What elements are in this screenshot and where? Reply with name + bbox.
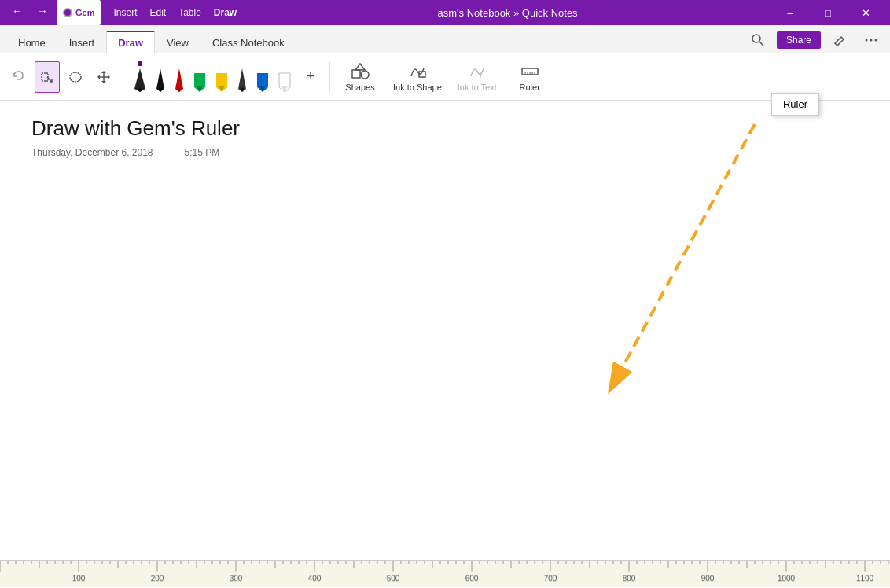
back-button[interactable]: ← <box>6 0 28 22</box>
tab-home[interactable]: Home <box>6 31 57 53</box>
pen-blue-icon <box>254 70 271 92</box>
tab-insert[interactable]: Insert <box>57 31 107 53</box>
menu-insert[interactable]: Insert <box>107 0 143 25</box>
svg-line-1 <box>759 42 763 46</box>
content-wrapper: Draw with Gem's Ruler Thursday, December… <box>0 101 890 587</box>
ruler-icon <box>520 62 539 81</box>
undo-button[interactable] <box>6 61 31 93</box>
svg-point-3 <box>870 39 873 42</box>
gem-label: Gem <box>75 8 94 17</box>
share-button[interactable]: Share <box>777 31 821 49</box>
titlebar-title: asm's Notebook » Quick Notes <box>243 7 772 19</box>
select-icon <box>39 69 55 85</box>
page-header: Draw with Gem's Ruler Thursday, December… <box>0 101 890 158</box>
content-area: Draw with Gem's Ruler Thursday, December… <box>0 101 890 587</box>
plus-icon: + <box>307 68 315 85</box>
minimize-button[interactable]: – <box>772 0 808 25</box>
pen-dark-button[interactable] <box>234 65 251 94</box>
maximize-button[interactable]: □ <box>810 0 846 25</box>
page-title: Draw with Gem's Ruler <box>31 116 859 141</box>
pen-black-icon <box>131 67 149 92</box>
pen-dark-icon <box>235 67 249 92</box>
tab-draw[interactable]: Draw <box>106 31 155 53</box>
highlighter-yellow-button[interactable] <box>211 68 232 94</box>
tab-right-area: Share <box>745 28 890 53</box>
ink-to-text-label: Ink to Text <box>458 83 497 92</box>
page-date: Thursday, December 6, 2018 <box>31 147 153 158</box>
search-icon <box>752 34 764 46</box>
svg-point-7 <box>70 72 81 82</box>
pen-red-icon <box>172 67 186 92</box>
ink-to-text-icon: T <box>468 62 487 81</box>
more-button[interactable] <box>859 28 884 53</box>
edit-icon <box>833 34 846 46</box>
more-icon <box>865 34 877 46</box>
gem-button[interactable]: Gem <box>57 0 101 25</box>
highlighter-green-icon <box>191 70 208 92</box>
titlebar-menu: Insert Edit Table Draw <box>107 0 243 25</box>
svg-point-4 <box>875 39 877 42</box>
pen-white-button[interactable] <box>274 68 295 94</box>
page-time: 5:15 PM <box>185 147 220 158</box>
undo-icon <box>11 69 27 85</box>
ink-to-text-button[interactable]: T Ink to Text <box>451 57 503 97</box>
ink-to-shape-icon <box>408 62 427 81</box>
svg-point-0 <box>752 35 760 42</box>
ruler-button[interactable]: Ruler <box>506 57 553 97</box>
select-button[interactable] <box>35 61 60 93</box>
shapes-icon <box>351 62 370 81</box>
pen-thin-button[interactable] <box>152 65 169 94</box>
ink-to-shape-button[interactable]: Ink to Shape <box>387 57 448 97</box>
pen-blue-button[interactable] <box>252 68 273 94</box>
pen-white-icon <box>276 70 293 92</box>
titlebar-controls: – □ ✕ <box>772 0 884 25</box>
ink-to-shape-label: Ink to Shape <box>393 83 442 92</box>
ruler-label: Ruler <box>520 83 540 92</box>
page-meta: Thursday, December 6, 2018 5:15 PM <box>31 147 859 158</box>
sep-1 <box>123 61 123 93</box>
pen-thin-icon <box>153 67 167 92</box>
move-icon <box>96 69 112 85</box>
svg-rect-5 <box>42 73 48 81</box>
titlebar: ← → Gem Insert Edit Table Draw asm's Not… <box>0 0 890 25</box>
close-button[interactable]: ✕ <box>848 0 884 25</box>
menu-table[interactable]: Table <box>172 0 208 25</box>
titlebar-nav: ← → Gem Insert Edit Table Draw <box>6 0 243 25</box>
lasso-icon <box>68 69 83 85</box>
ruler-tooltip: Ruler <box>771 93 819 116</box>
search-button[interactable] <box>745 28 770 53</box>
svg-rect-26 <box>352 70 360 78</box>
shapes-label: Shapes <box>345 83 374 92</box>
menu-draw[interactable]: Draw <box>208 0 243 25</box>
menu-edit[interactable]: Edit <box>143 0 172 25</box>
svg-line-38 <box>609 124 755 391</box>
svg-marker-28 <box>355 64 365 70</box>
forward-button[interactable]: → <box>31 0 53 22</box>
highlighter-green-button[interactable] <box>189 68 210 94</box>
shapes-button[interactable]: Shapes <box>337 57 384 97</box>
pen-red-button[interactable] <box>171 65 188 94</box>
pen-tools <box>130 60 295 94</box>
ribbon-toolbar: + Shapes Ink to Shape T Ink to Text <box>0 53 890 101</box>
highlighter-yellow-icon <box>213 70 230 92</box>
edit-button[interactable] <box>827 28 852 53</box>
svg-point-27 <box>361 71 369 79</box>
sep-2 <box>329 61 330 93</box>
tab-view[interactable]: View <box>155 31 200 53</box>
ruler-canvas <box>0 561 890 587</box>
tab-class-notebook[interactable]: Class Notebook <box>200 31 296 53</box>
add-pen-button[interactable]: + <box>298 61 323 93</box>
lasso-select-button[interactable] <box>63 61 88 93</box>
move-button[interactable] <box>91 61 116 93</box>
ruler-tooltip-label: Ruler <box>783 98 807 110</box>
pen-black-button[interactable] <box>130 60 150 94</box>
ruler-bar <box>0 560 890 587</box>
arrow-container <box>0 101 890 587</box>
svg-text:T: T <box>479 72 483 79</box>
ribbon-tabs: Home Insert Draw View Class Notebook Sha… <box>0 25 890 53</box>
svg-point-2 <box>866 39 868 42</box>
